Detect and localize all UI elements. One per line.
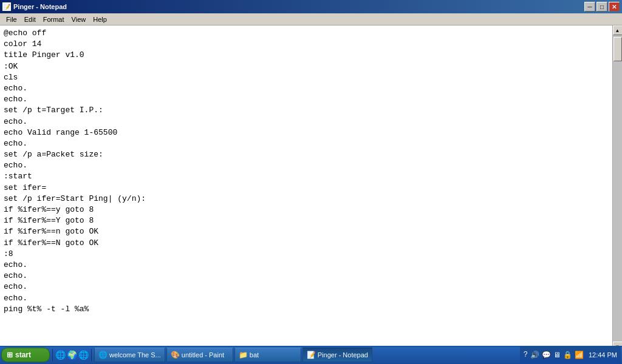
bat-label: bat (250, 351, 259, 359)
scroll-track (613, 35, 623, 342)
start-label: start (15, 351, 31, 359)
title-bar-left: 📝 Pinger - Notepad (2, 2, 67, 11)
tray-display[interactable]: 🖥 (553, 351, 561, 360)
tray-security[interactable]: 🔒 (563, 351, 572, 360)
tray-msg[interactable]: 💬 (542, 351, 551, 360)
title-bar-buttons: ─ □ ✕ (584, 2, 620, 12)
editor-scroll (0, 25, 612, 351)
taskbar-separator-1 (52, 349, 53, 361)
taskbar-separator-2 (91, 349, 92, 361)
tray-network[interactable]: 📶 (575, 351, 584, 360)
menu-view[interactable]: View (68, 15, 90, 24)
tray-volume[interactable]: 🔊 (530, 351, 539, 360)
system-clock: 12:44 PM (586, 351, 617, 359)
menu-format[interactable]: Format (39, 15, 68, 24)
start-button[interactable]: ⊞ start (1, 348, 50, 362)
paint-icon: 🎨 (171, 351, 180, 359)
editor-textarea[interactable] (0, 25, 612, 351)
ie-quicklaunch2[interactable]: 🌍 (67, 350, 77, 360)
welcome-icon: 🌐 (98, 351, 108, 359)
ie-quicklaunch[interactable]: 🌐 (55, 350, 66, 360)
menu-help[interactable]: Help (89, 15, 111, 24)
scroll-thumb[interactable] (613, 37, 622, 61)
tray-help[interactable]: ? (524, 351, 528, 359)
vertical-scrollbar[interactable]: ▲ ▼ (612, 25, 622, 351)
welcome-label: welcome The S... (109, 351, 161, 359)
notepad-label: Pinger - Notepad (318, 351, 368, 359)
scroll-up-button[interactable]: ▲ (613, 25, 623, 35)
taskbar-notepad[interactable]: 📝 Pinger - Notepad (302, 348, 372, 362)
app-icon: 📝 (2, 2, 11, 11)
notepad-icon: 📝 (307, 351, 316, 359)
taskbar: ⊞ start 🌐 🌍 🌐 🌐 welcome The S... 🎨 untit… (0, 346, 622, 364)
taskbar-bat[interactable]: 📁 bat (234, 348, 301, 362)
minimize-button[interactable]: ─ (584, 2, 595, 12)
menu-file[interactable]: File (2, 15, 21, 24)
window-title: Pinger - Notepad (13, 3, 67, 10)
close-button[interactable]: ✕ (609, 2, 620, 12)
menu-edit[interactable]: Edit (21, 15, 39, 24)
taskbar-welcome[interactable]: 🌐 welcome The S... (94, 348, 165, 362)
ie-quicklaunch3[interactable]: 🌐 (78, 350, 89, 360)
menu-bar: File Edit Format View Help (0, 13, 622, 25)
editor-container: ▲ ▼ (0, 25, 622, 351)
title-bar: 📝 Pinger - Notepad ─ □ ✕ (0, 0, 622, 13)
maximize-button[interactable]: □ (596, 2, 607, 12)
system-tray: ? 🔊 💬 🖥 🔒 📶 12:44 PM (520, 346, 621, 364)
windows-icon: ⊞ (7, 351, 13, 359)
taskbar-paint[interactable]: 🎨 untitled - Paint (166, 348, 233, 362)
paint-label: untitled - Paint (182, 351, 224, 359)
bat-icon: 📁 (239, 351, 248, 359)
